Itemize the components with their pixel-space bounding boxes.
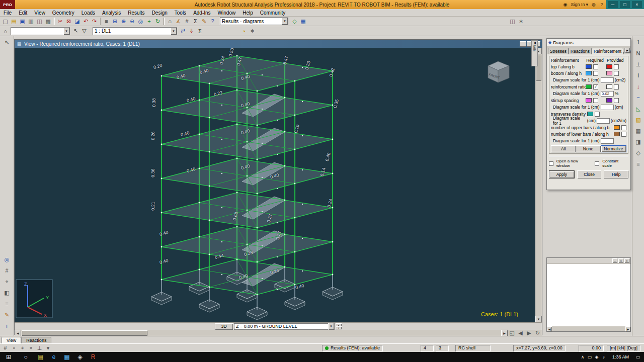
edit-icon[interactable]: ✎ [200,17,208,25]
panel-minimize-button[interactable]: ─ [612,258,617,263]
battery-icon[interactable]: ▭ [586,352,593,362]
selection-combo[interactable]: ▼ [11,27,70,35]
symbols-display-icon[interactable]: ◇ [634,149,642,157]
scale-input[interactable] [601,138,614,144]
dock-tab[interactable]: ◀ tails [531,40,538,66]
model-canvas[interactable]: 0.200.400.400.240.500.470.470.230.420.40… [15,48,535,322]
selection-filter-icon[interactable]: ▽ [80,27,89,35]
scrollbar-thumb[interactable] [22,330,147,336]
zoom-out-icon[interactable]: ⊖ [128,17,136,25]
menu-item-window[interactable]: Window [214,10,239,16]
cut-icon[interactable]: ✂ [56,17,64,25]
maximize-button[interactable]: □ [620,1,630,8]
start-button[interactable]: ⊞ [0,352,17,362]
cortana-icon[interactable]: ○ [17,352,34,362]
chevron-down-icon[interactable]: ▼ [282,18,288,25]
panel-close-button[interactable]: × [624,258,629,263]
menu-item-community[interactable]: Community [257,10,289,16]
properties-icon[interactable]: ≡ [102,17,111,25]
menu-item-file[interactable]: File [0,10,15,16]
scale-input[interactable] [597,118,610,124]
mesh-display-icon[interactable]: ▦ [634,127,642,135]
open-new-window-checkbox[interactable] [549,161,553,166]
print-icon[interactable]: ▥ [27,17,35,25]
all-button[interactable]: All [551,145,576,152]
snap-perpendicular-icon[interactable]: ⊥ [35,344,44,352]
robot-app-icon[interactable]: R [87,352,100,362]
attributes-display-icon[interactable]: ≡ [634,160,642,168]
provided-checkbox[interactable] [614,98,619,103]
scale-input[interactable] [601,91,614,97]
tab-reactions-view[interactable]: Reactions [21,337,51,343]
level-selector-combo[interactable]: Z = 0.00 m - GROUND LEVEL ▼ [234,323,335,330]
layers-icon[interactable]: ≡ [3,300,11,308]
provided-checkbox[interactable] [614,64,619,69]
redo-icon[interactable]: ↷ [90,17,99,25]
loads-display-icon[interactable]: ↓ [634,82,642,90]
section-shape-icon[interactable]: I [634,71,642,79]
chevron-down-icon[interactable]: ▼ [328,323,334,330]
menu-item-help[interactable]: Help [239,10,257,16]
clock[interactable]: 1:36 AM [610,354,631,359]
scroll-left-icon[interactable]: ◀ [547,326,552,331]
store-icon[interactable]: ▦ [60,352,73,362]
menu-item-design[interactable]: Design [148,10,171,16]
required-checkbox[interactable]: ✓ [593,84,598,89]
objects-icon[interactable]: ◇ [290,17,299,25]
required-checkbox[interactable] [593,71,598,76]
menu-item-results[interactable]: Results [124,10,148,16]
load-case-combo[interactable]: 1 : DL1 ▼ [93,27,177,35]
required-checkbox[interactable] [595,112,600,117]
menu-item-loads[interactable]: Loads [78,10,99,16]
print-preview-icon[interactable]: ◫ [35,17,44,25]
tab-stresses[interactable]: Stresses [548,48,569,54]
vertical-scrollbar[interactable]: ▲ ▼ [535,48,542,322]
pan-icon[interactable]: + [145,17,153,25]
menu-item-geometry[interactable]: Geometry [49,10,78,16]
diagrams-display-icon[interactable]: ◺ [634,105,642,113]
scroll-right-icon[interactable]: ▶ [625,326,630,331]
grid-icon[interactable]: # [183,17,191,25]
supports-display-icon[interactable]: ⊥ [634,60,642,68]
layout-selector-combo[interactable]: Results - diagrams ▼ [220,17,288,25]
tab-reactions[interactable]: Reactions [569,48,592,54]
file-explorer-icon[interactable]: ▤ [34,352,47,362]
zoom-in-icon[interactable]: ⊕ [119,17,128,25]
apply-button[interactable]: Apply [549,170,575,178]
menu-item-addins[interactable]: Add-Ins [190,10,214,16]
edge-browser-icon[interactable]: e [47,352,60,362]
scroll-down-icon[interactable]: ▼ [535,316,542,322]
options-icon[interactable]: ∗ [517,17,525,25]
measure-icon[interactable]: ∡ [174,17,183,25]
tab-reinforcement[interactable]: Reinforcement [592,48,623,54]
minimize-button[interactable]: ─ [608,1,618,8]
snap-node-icon[interactable]: ∘ [10,344,18,352]
normalize-button[interactable]: Normalize [601,145,626,152]
view-window-titlebar[interactable]: ▦ View - Required reinforcement ratio, C… [15,40,542,48]
menu-item-tools[interactable]: Tools [171,10,190,16]
menu-item-analysis[interactable]: Analysis [99,10,124,16]
initial-view-icon[interactable]: ⌂ [166,17,174,25]
snap-settings-icon[interactable]: ▾ [44,344,52,352]
info-icon[interactable]: i [3,322,11,330]
new-file-icon[interactable]: ▢ [1,17,10,25]
notification-bell-icon[interactable]: ◍ [590,2,598,7]
upper-bars-checkbox[interactable] [621,125,626,130]
menu-item-edit[interactable]: Edit [15,10,31,16]
cursor-icon[interactable]: ↖ [3,38,11,46]
required-checkbox[interactable] [593,64,598,69]
view-minimize-button[interactable]: ─ [520,41,526,47]
rotate-3d-icon[interactable]: ↻ [153,17,162,25]
case-apply-icon[interactable]: ⇄ [179,27,187,35]
close-button[interactable]: × [632,1,642,8]
provided-checkbox[interactable] [614,71,619,76]
diagrams-panel-titlebar[interactable]: ◆ Diagrams [547,39,630,46]
grid-toggle-icon[interactable]: # [3,266,11,275]
save-icon[interactable]: ▣ [18,17,27,25]
none-button[interactable]: None [576,145,600,152]
display-icon[interactable]: ▦ [299,17,307,25]
help-icon[interactable]: ? [208,17,217,25]
structure-type-icon[interactable]: ⌂ [1,27,10,35]
screen-capture-icon[interactable]: ▩ [44,17,52,25]
render-mode-icon[interactable]: ◨ [634,138,642,146]
